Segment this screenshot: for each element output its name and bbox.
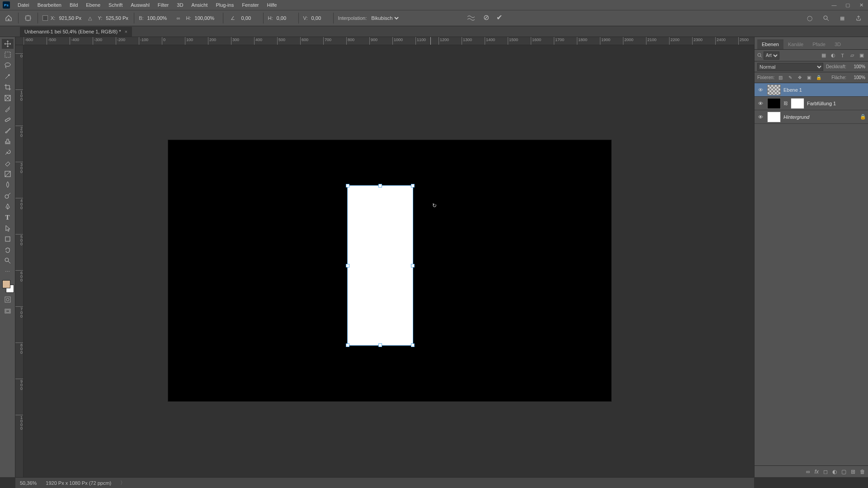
hand-tool[interactable] [2,245,14,255]
layer-thumbnail[interactable] [767,84,781,95]
link-wh-icon[interactable]: ∞ [174,13,184,23]
menu-filter[interactable]: Filter [154,0,173,10]
zoom-level[interactable]: 50,36% [20,480,37,486]
lock-pixels-icon[interactable]: ▨ [777,74,784,81]
menu-fenster[interactable]: Fenster [238,0,263,10]
lock-artboard-icon[interactable]: ✥ [796,74,803,81]
marquee-tool[interactable] [2,50,14,60]
share-icon[interactable] [854,13,863,23]
close-button[interactable]: ✕ [854,0,868,10]
sync-icon[interactable]: ◯ [805,13,815,23]
document-tab[interactable]: Unbenannt-1 bei 50,4% (Ebene 1, RGB/8) *… [20,27,132,37]
menu-schrift[interactable]: Schrift [104,0,127,10]
layer-name[interactable]: Farbfüllung 1 [807,101,866,106]
mask-link-icon[interactable]: ⛓ [783,101,788,106]
screenmode-button[interactable] [2,306,14,316]
history-brush-tool[interactable] [2,147,14,157]
eraser-tool[interactable] [2,158,14,168]
reference-point-toggle[interactable] [42,15,48,21]
stamp-tool[interactable] [2,136,14,146]
filter-type-icon[interactable]: T [839,52,846,59]
y-input[interactable] [105,14,129,22]
layer-group-icon[interactable]: ▢ [841,469,846,475]
eyedropper-tool[interactable] [2,104,14,114]
swap-xy-icon[interactable]: △ [85,13,95,23]
layer-name[interactable]: Hintergrund [783,114,857,120]
layer-mask-icon[interactable]: ◻ [823,469,828,475]
layer-thumbnail[interactable] [767,98,781,109]
blur-tool[interactable] [2,180,14,190]
horizontal-ruler[interactable]: -600-500-400-300-200-1000100200300400500… [24,37,754,45]
vskew-input[interactable] [311,14,329,22]
zoom-tool[interactable] [2,256,14,266]
fill-input[interactable] [849,75,865,80]
layer-mask-thumb[interactable] [791,98,804,109]
document-info[interactable]: 1920 Px x 1080 Px (72 ppcm) [46,480,111,486]
close-tab-icon[interactable]: × [124,29,127,34]
lock-position-icon[interactable]: ✎ [787,74,793,81]
w-input[interactable] [146,14,171,22]
color-swatches[interactable] [1,280,14,293]
type-tool[interactable]: T [2,212,14,222]
menu-bearbeiten[interactable]: Bearbeiten [33,0,66,10]
maximize-button[interactable]: ▢ [841,0,854,10]
rotation-input[interactable] [241,14,259,22]
lock-nest-icon[interactable]: ▣ [806,74,812,81]
pen-tool[interactable] [2,202,14,211]
layer-visibility-icon[interactable]: 👁 [756,87,764,93]
frame-tool[interactable] [2,93,14,103]
menu-ebene[interactable]: Ebene [82,0,104,10]
panel-tab-kanäle[interactable]: Kanäle [783,39,808,49]
home-icon[interactable] [4,13,14,23]
shape-tool[interactable] [2,234,14,244]
menu-datei[interactable]: Datei [14,0,33,10]
interpolation-select[interactable]: Bikubisch [369,15,400,21]
x-input[interactable] [58,14,82,22]
layer-visibility-icon[interactable]: 👁 [756,101,764,106]
menu-auswahl[interactable]: Auswahl [127,0,154,10]
commit-transform-button[interactable]: ✔ [496,13,502,23]
layer-row[interactable]: 👁Ebene 1 [755,83,868,97]
layer-fx-icon[interactable]: fx [815,469,819,475]
adjustment-layer-icon[interactable]: ◐ [832,469,837,475]
link-layers-icon[interactable]: ∞ [806,469,810,475]
layer-name[interactable]: Ebene 1 [783,87,866,93]
panel-tab-3d[interactable]: 3D [830,39,845,49]
transform-tool-icon[interactable] [23,13,33,23]
delete-layer-icon[interactable]: 🗑 [860,469,865,475]
canvas-stage[interactable]: ↻ [24,45,754,477]
h-input[interactable] [194,14,218,22]
status-more-icon[interactable]: 〉 [120,479,125,486]
panel-tab-ebenen[interactable]: Ebenen [757,39,783,49]
filter-shape-icon[interactable]: ▱ [848,52,856,59]
crop-tool[interactable] [2,82,14,92]
menu-3d[interactable]: 3D [173,0,187,10]
move-tool[interactable] [2,39,14,49]
menu-plug-ins[interactable]: Plug-ins [212,0,238,10]
panel-tab-pfade[interactable]: Pfade [808,39,830,49]
layer-filter-type[interactable]: Art [757,52,779,60]
opacity-input[interactable] [849,64,865,69]
layer-row[interactable]: 👁Hintergrund🔒 [755,110,868,124]
lasso-tool[interactable] [2,61,14,70]
hskew-input[interactable] [276,14,294,22]
layer-thumbnail[interactable] [767,112,781,122]
workspace-icon[interactable]: ▦ [837,13,847,23]
layer-row[interactable]: 👁⛓Farbfüllung 1 [755,97,868,110]
heal-tool[interactable] [2,115,14,125]
menu-hilfe[interactable]: Hilfe [263,0,281,10]
wand-tool[interactable] [2,71,14,81]
quickmask-button[interactable] [2,295,14,305]
gradient-tool[interactable] [2,169,14,179]
layer-visibility-icon[interactable]: 👁 [756,114,764,120]
edit-toolbar[interactable]: ⋯ [2,267,14,277]
menu-ansicht[interactable]: Ansicht [187,0,212,10]
warp-icon[interactable] [466,13,476,23]
menu-bild[interactable]: Bild [66,0,82,10]
new-layer-icon[interactable]: ⊞ [851,469,855,475]
cancel-transform-button[interactable]: ⊘ [483,13,489,23]
dodge-tool[interactable] [2,191,14,201]
path-select-tool[interactable] [2,223,14,233]
filter-smart-icon[interactable]: ▣ [858,52,865,59]
blend-mode-select[interactable]: Normal [757,63,823,71]
